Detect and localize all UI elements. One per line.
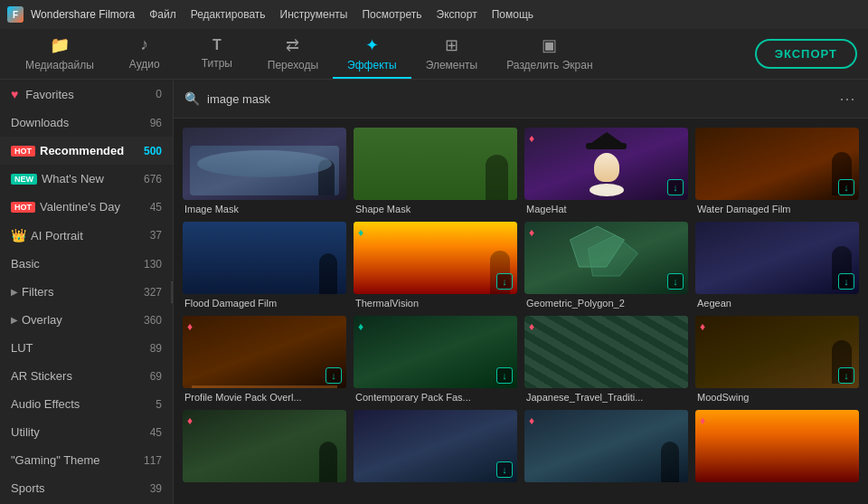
app-title: Wondershare Filmora	[31, 8, 135, 21]
export-button[interactable]: ЭКСПОРТ	[755, 39, 857, 69]
sidebar-item-lut[interactable]: LUT 89	[0, 334, 173, 362]
thumb-14: ↓	[354, 410, 517, 482]
menu-view[interactable]: Посмотреть	[362, 8, 421, 21]
tab-media-label: Медиафайлы	[25, 59, 94, 71]
sidebar-item-basic[interactable]: Basic 130	[0, 250, 173, 278]
menu-tools[interactable]: Инструменты	[280, 8, 348, 21]
grid-item-15[interactable]: ♦	[524, 410, 688, 482]
sidebar-item-count: 39	[150, 482, 162, 495]
grid-item-2[interactable]: Shape Mask	[354, 128, 517, 214]
sidebar-item-overlay[interactable]: ▶ Overlay 360	[0, 306, 173, 334]
transitions-icon: ⇄	[286, 35, 299, 55]
grid-item-4[interactable]: ↓ Water Damaged Film	[695, 128, 859, 214]
sidebar-item-label: Audio Effects	[11, 397, 156, 411]
thumb-label-4: Water Damaged Film	[695, 204, 859, 214]
sidebar-item-ai-portrait[interactable]: 👑 AI Portrait 37	[0, 221, 173, 250]
sidebar-item-filters[interactable]: ▶ Filters 327	[0, 278, 173, 306]
tab-audio[interactable]: ♪ Аудио	[108, 30, 181, 78]
download-icon[interactable]: ↓	[667, 179, 684, 195]
effects-icon: ✦	[365, 35, 379, 55]
search-input[interactable]	[207, 92, 832, 106]
grid-item-7[interactable]: ♦ ↓ Geometric_Polygon_2	[524, 222, 688, 309]
thumb-1	[183, 128, 346, 200]
menu-edit[interactable]: Редактировать	[191, 8, 266, 21]
grid-item-9[interactable]: ♦ ↓ Profile Movie Pack Overl...	[183, 316, 346, 403]
audio-icon: ♪	[140, 35, 148, 54]
hot-badge: HOT	[11, 146, 35, 157]
teal-badge: ♦	[358, 226, 363, 239]
download-icon[interactable]: ↓	[496, 367, 513, 384]
sidebar-item-label: Filters	[22, 285, 144, 299]
tab-titles-label: Титры	[202, 57, 232, 70]
menu-file[interactable]: Файл	[149, 8, 176, 21]
menu-export[interactable]: Экспорт	[437, 8, 477, 21]
media-icon: 📁	[50, 35, 70, 55]
sidebar-item-downloads[interactable]: Downloads 96	[0, 109, 173, 137]
sidebar-item-favorites[interactable]: ♥ Favorites 0	[0, 80, 173, 109]
grid-item-10[interactable]: ♦ ↓ Contemporary Pack Fas...	[354, 316, 517, 403]
grid-item-12[interactable]: ♦ ↓ MoodSwing	[695, 316, 859, 403]
tab-split[interactable]: ▣ Разделить Экран	[492, 30, 607, 79]
menu-help[interactable]: Помощь	[492, 8, 533, 21]
grid-item-13[interactable]: ♦	[183, 410, 346, 482]
sidebar-item-valentines[interactable]: HOT Valentine's Day 45	[0, 193, 173, 221]
grid-item-5[interactable]: Flood Damaged Film	[183, 222, 346, 309]
sidebar-collapse-button[interactable]: ◀	[171, 281, 174, 303]
app-logo: F	[7, 6, 24, 23]
sidebar-item-count: 676	[144, 173, 162, 185]
tab-transitions[interactable]: ⇄ Переходы	[253, 30, 333, 79]
thumb-label-5: Flood Damaged Film	[183, 298, 346, 309]
main-area: ♥ Favorites 0 Downloads 96 HOT Recommend…	[0, 80, 868, 504]
sidebar-item-label: Favorites	[25, 88, 156, 101]
tab-effects[interactable]: ✦ Эффекты	[333, 30, 411, 79]
sidebar-item-label: Overlay	[22, 313, 144, 327]
grid-item-8[interactable]: ↓ Aegean	[695, 222, 859, 309]
diamond-badge: ♦	[529, 226, 534, 239]
sidebar-item-label: "Gaming" Theme	[11, 453, 144, 467]
tab-titles[interactable]: T Титры	[181, 32, 253, 77]
thumb-10: ♦ ↓	[354, 316, 517, 388]
sidebar-item-recommended[interactable]: HOT Recommended 500	[0, 137, 173, 165]
download-icon[interactable]: ↓	[838, 179, 854, 195]
sidebar-item-label: Utility	[11, 425, 150, 439]
grid-item-11[interactable]: ♦ Japanese_Travel_Traditi...	[524, 316, 688, 403]
sidebar-item-sports[interactable]: Sports 39	[0, 474, 173, 502]
download-icon[interactable]: ↓	[838, 367, 854, 384]
sidebar-item-ar-stickers[interactable]: AR Stickers 69	[0, 362, 173, 390]
grid-item-3[interactable]: ♦ ↓ MageHat	[524, 128, 688, 214]
download-icon[interactable]: ↓	[496, 273, 513, 290]
sidebar-item-label: Sports	[11, 481, 150, 495]
grid-item-16[interactable]: ♦	[695, 410, 859, 482]
diamond-badge: ♦	[700, 320, 705, 333]
thumb-label-11: Japanese_Travel_Traditi...	[524, 392, 688, 403]
toolbar-items: 📁 Медиафайлы ♪ Аудио T Титры ⇄ Переходы …	[11, 30, 755, 79]
tab-audio-label: Аудио	[129, 58, 160, 71]
sidebar-item-utility[interactable]: Utility 45	[0, 418, 173, 446]
thumb-16: ♦	[695, 410, 859, 482]
sidebar-item-label: What's New	[42, 172, 144, 185]
sidebar-item-gaming[interactable]: "Gaming" Theme 117	[0, 446, 173, 474]
more-options-icon[interactable]: ⋯	[839, 89, 857, 109]
expand-arrow-icon: ▶	[11, 315, 18, 325]
download-icon[interactable]: ↓	[838, 273, 854, 290]
grid-item-14[interactable]: ↓	[354, 410, 517, 482]
thumb-4: ↓	[695, 128, 859, 200]
grid-item-1[interactable]: Image Mask	[183, 128, 346, 214]
tab-split-label: Разделить Экран	[506, 59, 592, 71]
download-icon[interactable]: ↓	[326, 367, 342, 384]
thumb-5	[183, 222, 346, 294]
download-icon[interactable]: ↓	[667, 273, 684, 290]
search-icon: 🔍	[184, 91, 200, 106]
grid-item-6[interactable]: ♦ ↓ ThermalVision	[354, 222, 517, 309]
tab-media[interactable]: 📁 Медиафайлы	[11, 30, 108, 79]
sidebar-item-audio-effects[interactable]: Audio Effects 5	[0, 390, 173, 418]
tab-elements[interactable]: ⊞ Элементы	[411, 30, 493, 79]
sidebar-item-count: 500	[144, 145, 162, 157]
search-bar: 🔍 ⋯	[174, 80, 868, 119]
sidebar-item-count: 0	[156, 88, 162, 100]
content-area: 🔍 ⋯ Image Mask Shape Mask ♦ ↓ MageHat	[174, 80, 868, 504]
thumb-label-10: Contemporary Pack Fas...	[354, 392, 517, 403]
thumb-6: ♦ ↓	[354, 222, 517, 294]
sidebar-item-whats-new[interactable]: NEW What's New 676	[0, 165, 173, 193]
download-icon[interactable]: ↓	[496, 461, 513, 478]
